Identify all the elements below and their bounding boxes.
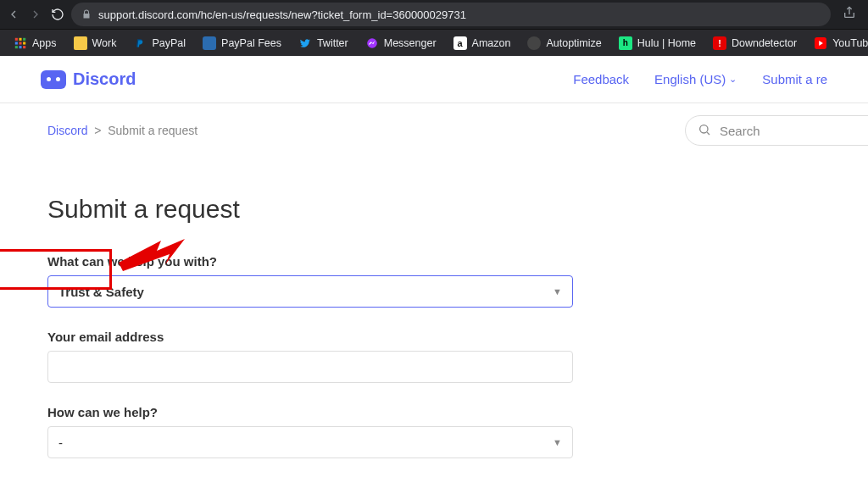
bookmark-youtube[interactable]: YouTube — [807, 33, 868, 53]
twitter-icon — [298, 36, 312, 50]
field-label-email: Your email address — [47, 330, 597, 344]
youtube-icon — [814, 36, 827, 50]
messenger-icon — [365, 36, 379, 50]
svg-rect-6 — [23, 42, 25, 44]
bookmark-paypal-fees[interactable]: PayPal Fees — [196, 33, 288, 53]
breadcrumb-sep: > — [94, 124, 101, 137]
discord-logo-icon — [41, 70, 66, 89]
breadcrumb-root[interactable]: Discord — [47, 124, 87, 137]
url-text: support.discord.com/hc/en-us/requests/ne… — [98, 8, 466, 21]
lock-icon — [81, 9, 92, 19]
bookmark-label: Autoptimize — [546, 37, 601, 49]
submit-request-link[interactable]: Submit a re — [762, 72, 827, 86]
bookmark-downdetector[interactable]: ! Downdetector — [706, 33, 804, 53]
bookmark-label: Work — [92, 37, 117, 49]
search-placeholder: Search — [720, 124, 760, 138]
hulu-icon: h — [619, 36, 632, 50]
language-label: English (US) — [654, 72, 726, 86]
field-label-topic: What can we help you with? — [47, 254, 597, 269]
page: Discord Feedback English (US) ⌄ Submit a… — [0, 56, 868, 472]
svg-rect-7 — [15, 46, 18, 48]
brand-text: Discord — [73, 69, 136, 89]
svg-rect-4 — [15, 42, 18, 44]
autoptimize-icon — [527, 36, 541, 50]
bookmark-label: PayPal — [152, 37, 186, 49]
chevron-down-icon: ▼ — [553, 437, 562, 447]
svg-rect-2 — [19, 37, 21, 40]
brand[interactable]: Discord — [41, 69, 136, 89]
search-box[interactable]: Search — [685, 115, 868, 146]
email-input[interactable] — [47, 351, 573, 383]
bookmark-label: Downdetector — [732, 37, 797, 49]
svg-rect-8 — [19, 46, 21, 48]
svg-rect-1 — [15, 37, 18, 40]
bookmark-autoptimize[interactable]: Autoptimize — [520, 33, 608, 53]
bookmark-amazon[interactable]: a Amazon — [447, 33, 518, 53]
bookmark-paypal[interactable]: PayPal — [126, 33, 192, 53]
topic-select-value: Trust & Safety — [58, 285, 144, 299]
share-icon[interactable] — [837, 6, 861, 23]
bookmarks-bar: Apps Work PayPal PayPal Fees Twitter Mes… — [0, 29, 868, 56]
forward-icon[interactable] — [29, 8, 42, 21]
chevron-down-icon: ▼ — [553, 286, 562, 297]
header-links: Feedback English (US) ⌄ Submit a re — [573, 72, 827, 86]
svg-rect-5 — [19, 42, 21, 44]
bookmark-label: Apps — [32, 37, 57, 49]
chevron-down-icon: ⌄ — [729, 74, 737, 85]
feedback-link[interactable]: Feedback — [573, 72, 629, 86]
amazon-icon: a — [453, 36, 467, 50]
bookmark-label: Twitter — [317, 37, 348, 49]
address-bar[interactable]: support.discord.com/hc/en-us/requests/ne… — [71, 3, 831, 26]
bookmark-twitter[interactable]: Twitter — [292, 33, 355, 53]
form-area: Submit a request What can we help you wi… — [0, 158, 644, 472]
topic-select[interactable]: Trust & Safety ▼ — [47, 275, 573, 308]
paypal-fees-icon — [203, 36, 216, 50]
bookmark-label: Messenger — [384, 37, 437, 49]
language-selector[interactable]: English (US) ⌄ — [654, 72, 737, 86]
browser-toolbar: support.discord.com/hc/en-us/requests/ne… — [0, 0, 868, 29]
bookmark-label: YouTube — [832, 37, 868, 49]
breadcrumb-current: Submit a request — [108, 124, 198, 137]
page-header: Discord Feedback English (US) ⌄ Submit a… — [0, 56, 868, 103]
svg-point-13 — [700, 125, 708, 132]
bookmark-label: Hulu | Home — [637, 37, 696, 49]
bookmark-messenger[interactable]: Messenger — [359, 33, 443, 53]
breadcrumb: Discord > Submit a request — [47, 124, 198, 137]
svg-rect-9 — [23, 46, 25, 48]
paypal-icon — [133, 36, 147, 50]
bookmark-hulu[interactable]: h Hulu | Home — [612, 33, 703, 53]
page-title: Submit a request — [47, 195, 597, 224]
svg-line-14 — [707, 132, 709, 135]
subheader: Discord > Submit a request Search — [0, 103, 868, 158]
bookmark-work[interactable]: Work — [67, 33, 124, 53]
search-icon — [698, 123, 711, 139]
field-label-how: How can we help? — [47, 405, 597, 419]
back-icon[interactable] — [7, 8, 20, 21]
reload-icon[interactable] — [51, 8, 64, 21]
how-select[interactable]: - ▼ — [47, 426, 573, 458]
bookmark-label: Amazon — [472, 37, 511, 49]
bookmark-apps[interactable]: Apps — [7, 33, 64, 53]
apps-icon — [14, 36, 27, 50]
bookmark-label: PayPal Fees — [221, 37, 281, 49]
how-select-value: - — [58, 435, 63, 450]
downdetector-icon: ! — [713, 36, 726, 50]
svg-rect-3 — [23, 37, 25, 40]
folder-icon — [74, 36, 87, 50]
browser-chrome: support.discord.com/hc/en-us/requests/ne… — [0, 0, 868, 56]
